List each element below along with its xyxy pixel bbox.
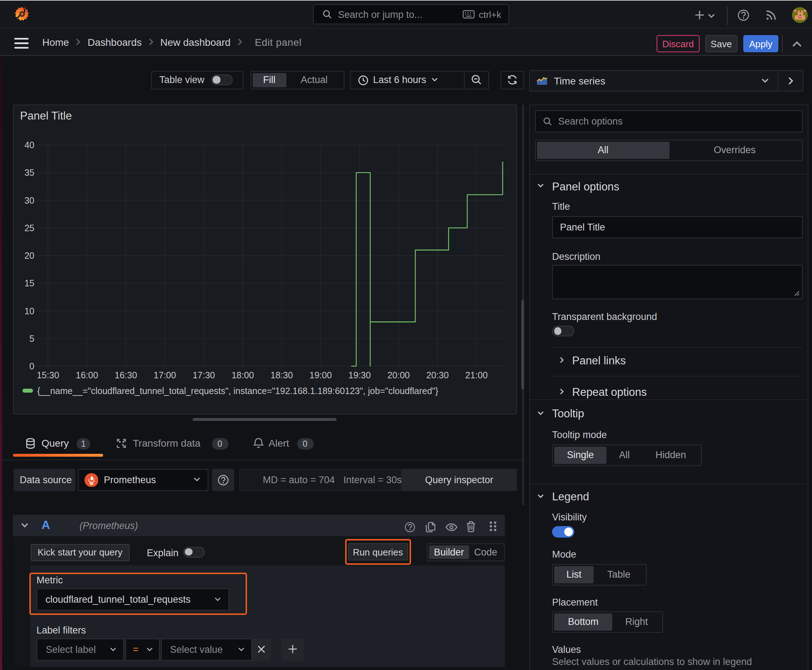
svg-text:17:00: 17:00 xyxy=(154,370,176,380)
svg-text:20:30: 20:30 xyxy=(426,370,449,380)
svg-text:25: 25 xyxy=(24,223,34,233)
svg-text:18:30: 18:30 xyxy=(271,370,293,380)
svg-text:17:30: 17:30 xyxy=(193,370,215,380)
svg-text:15: 15 xyxy=(24,278,34,288)
svg-text:20: 20 xyxy=(24,250,34,260)
svg-text:40: 40 xyxy=(24,140,34,150)
svg-text:10: 10 xyxy=(24,306,34,316)
svg-text:0: 0 xyxy=(29,361,34,371)
svg-text:19:30: 19:30 xyxy=(348,370,371,380)
svg-text:30: 30 xyxy=(24,195,34,205)
svg-text:15:30: 15:30 xyxy=(37,370,59,380)
svg-text:21:00: 21:00 xyxy=(465,370,488,380)
svg-text:16:30: 16:30 xyxy=(115,370,137,380)
svg-text:20:00: 20:00 xyxy=(387,370,410,380)
svg-text:{__name__="cloudflared_tunnel_: {__name__="cloudflared_tunnel_total_requ… xyxy=(37,386,438,396)
svg-text:19:00: 19:00 xyxy=(309,370,332,380)
svg-text:18:00: 18:00 xyxy=(232,370,254,380)
svg-text:35: 35 xyxy=(24,167,34,177)
svg-text:5: 5 xyxy=(29,333,34,343)
svg-text:16:00: 16:00 xyxy=(76,370,98,380)
